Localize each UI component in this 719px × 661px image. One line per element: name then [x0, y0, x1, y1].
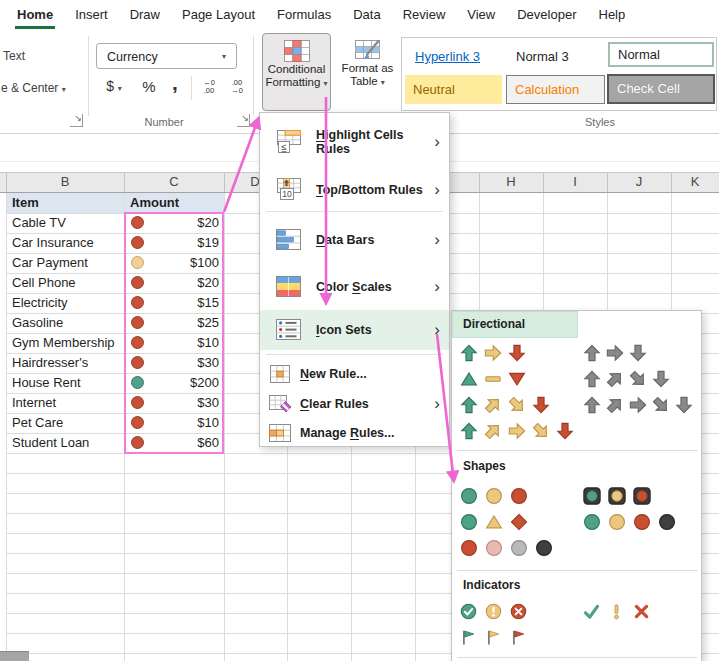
style-neutral[interactable]: Neutral	[405, 75, 502, 104]
item-cell[interactable]: Internet	[12, 393, 56, 413]
header-cell-item[interactable]: Item	[12, 193, 39, 213]
icon-set-option[interactable]	[460, 629, 527, 646]
triangle-up-yellow-icon	[485, 513, 503, 531]
merge-center-button[interactable]: e & Center ▾	[1, 81, 66, 95]
style-normal[interactable]: Normal	[608, 42, 714, 67]
excel-window: BCDHIJK ItemAmountCable TV$20Car Insuran…	[0, 0, 719, 661]
increase-decimal-button[interactable]: ←0.00	[196, 79, 222, 95]
accounting-format-button[interactable]: $ ▾	[99, 78, 129, 94]
triangle-up-green-icon	[460, 370, 478, 388]
style-calculation[interactable]: Calculation	[506, 75, 605, 104]
number-format-select[interactable]: Currency ▾	[96, 43, 237, 69]
menu-item-highlight-cells-rules[interactable]: ≤Highlight Cells Rules›	[260, 118, 449, 166]
tab-draw[interactable]: Draw	[119, 0, 171, 29]
column-header-H[interactable]: H	[506, 174, 515, 189]
number-dialog-launcher[interactable]: ↘	[237, 114, 250, 127]
icon-set-option[interactable]	[460, 344, 526, 362]
item-cell[interactable]: Student Loan	[12, 433, 89, 453]
arrow-downright-yellow-icon	[508, 396, 526, 414]
arrow-up-gray-icon	[583, 396, 601, 414]
column-header-K[interactable]: K	[691, 174, 700, 189]
arrow-down-red-icon	[556, 422, 574, 440]
decrease-decimal-button[interactable]: .00→0	[224, 79, 250, 95]
manage-rules-icon	[260, 421, 300, 445]
icon-set-option[interactable]	[460, 513, 528, 531]
item-cell[interactable]: House Rent	[12, 373, 81, 393]
item-cell[interactable]: Pet Care	[12, 413, 63, 433]
icon-set-option[interactable]	[583, 487, 651, 505]
icon-set-option[interactable]	[460, 422, 574, 440]
arrow-down-gray-icon	[675, 396, 693, 414]
x-circle-red-icon	[510, 603, 527, 620]
menu-item-manage-rules[interactable]: Manage Rules...	[260, 418, 449, 448]
style-check-cell[interactable]: Check Cell	[607, 74, 715, 104]
section-title-directional: Directional	[463, 317, 525, 331]
item-cell[interactable]: Electricity	[12, 293, 68, 313]
menu-item-color-scales[interactable]: Color Scales›	[260, 264, 449, 310]
color-scales-icon	[260, 274, 316, 300]
icon-set-option[interactable]	[583, 603, 650, 620]
item-cell[interactable]: Cell Phone	[12, 273, 76, 293]
tab-review[interactable]: Review	[392, 0, 457, 29]
conditional-formatting-button[interactable]: Conditional Formatting ▾	[262, 33, 331, 111]
tab-page-layout[interactable]: Page Layout	[171, 0, 266, 29]
arrow-upright-yellow-icon	[484, 396, 502, 414]
circle-red-icon	[460, 539, 478, 557]
style-hyperlink-3[interactable]: Hyperlink 3	[407, 47, 502, 67]
item-cell[interactable]: Gasoline	[12, 313, 63, 333]
circle-green-icon	[460, 513, 478, 531]
new-rule-icon	[260, 362, 300, 386]
format-as-table-button[interactable]: Format as Table ▾	[336, 33, 399, 111]
scrollbar-corner	[0, 651, 29, 661]
item-cell[interactable]: Car Payment	[12, 253, 88, 273]
icon-set-option[interactable]	[460, 370, 526, 388]
icon-sets-submenu: DirectionalShapes Indicators	[451, 310, 702, 661]
menu-item-icon-sets[interactable]: Icon Sets›	[260, 310, 449, 350]
arrow-up-green-icon	[460, 422, 478, 440]
arrow-upright-gray-icon	[606, 370, 624, 388]
item-cell[interactable]: Gym Membership	[12, 333, 115, 353]
excl-circle-yellow-icon	[485, 603, 502, 620]
alignment-dialog-launcher[interactable]: ↘	[70, 114, 83, 127]
tab-view[interactable]: View	[456, 0, 506, 29]
tab-insert[interactable]: Insert	[64, 0, 119, 29]
tab-help[interactable]: Help	[588, 0, 637, 29]
item-cell[interactable]: Hairdresser's	[12, 353, 88, 373]
traffic-light-red-icon	[633, 487, 651, 505]
header-cell-amount[interactable]: Amount	[130, 193, 179, 213]
tab-developer[interactable]: Developer	[506, 0, 587, 29]
arrow-up-green-icon	[460, 344, 478, 362]
icon-set-option[interactable]	[460, 396, 550, 414]
circle-green-icon	[460, 487, 478, 505]
style-normal-3[interactable]: Normal 3	[508, 47, 602, 67]
column-header-C[interactable]: C	[169, 174, 178, 189]
item-cell[interactable]: Cable TV	[12, 213, 66, 233]
menu-item-new-rule[interactable]: New Rule...	[260, 359, 449, 389]
arrow-right-gray-icon	[606, 344, 624, 362]
section-title-shapes: Shapes	[463, 459, 506, 473]
item-cell[interactable]: Car Insurance	[12, 233, 94, 253]
tab-formulas[interactable]: Formulas	[266, 0, 342, 29]
menu-separator	[266, 354, 443, 355]
column-header-B[interactable]: B	[61, 174, 70, 189]
percent-style-button[interactable]: %	[138, 78, 160, 95]
column-header-I[interactable]: I	[573, 174, 577, 189]
menu-item-data-bars[interactable]: Data Bars›	[260, 216, 449, 264]
icon-set-option[interactable]	[583, 513, 676, 531]
icon-set-option[interactable]	[583, 370, 670, 388]
wrap-text-label[interactable]: Text	[3, 49, 25, 63]
circle-pink-icon	[485, 539, 503, 557]
tab-home[interactable]: Home	[6, 0, 64, 29]
column-header-J[interactable]: J	[636, 174, 643, 189]
tab-data[interactable]: Data	[342, 0, 391, 29]
highlight-cells-rules-icon: ≤	[260, 129, 316, 155]
comma-style-button[interactable]: ,	[166, 71, 184, 95]
menu-item-clear-rules[interactable]: Clear Rules›	[260, 389, 449, 418]
menu-item-top-bottom-rules[interactable]: 10Top/Bottom Rules›	[260, 166, 449, 214]
icon-set-option[interactable]	[460, 603, 527, 620]
icon-set-option[interactable]	[583, 396, 693, 414]
icon-set-option[interactable]	[583, 344, 647, 362]
circle-yellow-icon	[485, 487, 503, 505]
icon-set-option[interactable]	[460, 487, 528, 505]
icon-set-option[interactable]	[460, 539, 553, 557]
